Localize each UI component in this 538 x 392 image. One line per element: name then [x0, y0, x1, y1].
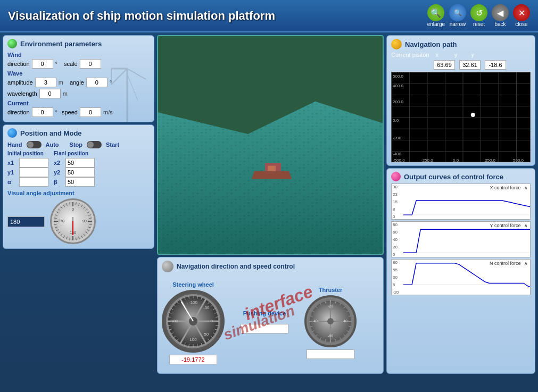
main-container: Visualization of ship motion simulation …	[0, 0, 538, 392]
position-fields: Initial position x1 y1 α	[7, 151, 150, 187]
sim-view	[157, 35, 384, 255]
y2-input[interactable]	[65, 168, 95, 177]
wind-direction-input[interactable]	[32, 59, 53, 69]
output-curves-title: Output curves of control force	[391, 172, 531, 181]
stop-label[interactable]: Stop	[70, 141, 82, 148]
position-values-row	[434, 60, 531, 70]
n-chart-label: N control force ∧	[490, 261, 528, 266]
gamma-pos-input[interactable]	[485, 60, 506, 70]
narrow-button[interactable]: 🔍 narrow	[449, 4, 466, 27]
final-position-group: Fianl position x2 y2 β	[54, 151, 95, 187]
narrow-icon: 🔍	[449, 4, 466, 21]
nav-path-panel: Navigation path Current pisiton x y γ	[386, 35, 535, 166]
push-value: 22.9831	[241, 324, 288, 333]
y1-input[interactable]	[19, 168, 48, 177]
nav-path-title: Navigation path	[391, 39, 531, 49]
current-label: Current	[7, 100, 150, 106]
right-panel: Navigation path Current pisiton x y γ	[386, 35, 535, 374]
x2-input[interactable]	[65, 158, 95, 168]
initial-position-group: Initial position x1 y1 α	[7, 151, 48, 187]
pos-orb	[7, 128, 17, 138]
mode-toggle-row: Hand Auto Stop Start	[7, 141, 150, 148]
reset-button[interactable]: ↺ reset	[470, 4, 487, 27]
wave-wavelength-row: wavelength m	[7, 89, 150, 98]
y-control-chart: Y control force ∧	[391, 221, 531, 257]
enlarge-icon: 🔍	[427, 4, 444, 21]
visual-angle-input[interactable]	[7, 216, 45, 227]
nav-controls-area: Steering wheel -19.1772 Pushing device 2…	[162, 276, 379, 370]
nav-path-orb	[391, 39, 402, 49]
thruster-section: Thruster 23.1217	[304, 287, 357, 359]
visual-angle-controls	[7, 198, 150, 245]
watermark-simulation: simulation	[221, 302, 297, 344]
x1-row: x1	[7, 158, 48, 168]
y-chart-label: Y control force ∧	[490, 223, 528, 228]
wind-label: Wind	[7, 52, 150, 58]
stop-toggle[interactable]	[87, 141, 102, 148]
wind-row: direction ° scale	[7, 59, 150, 69]
steering-wheel-dial[interactable]	[162, 290, 225, 353]
output-curves-panel: Output curves of control force X control…	[386, 168, 535, 374]
visual-angle-section: Visual angle adjustment	[7, 190, 150, 245]
current-speed-input[interactable]	[80, 107, 101, 117]
alpha-input[interactable]	[19, 177, 48, 187]
content-area: Environment parameters Wind direction °	[0, 32, 538, 377]
hand-toggle[interactable]	[27, 141, 42, 148]
y1-row: y1	[7, 168, 48, 177]
header: Visualization of ship motion simulation …	[0, 0, 538, 32]
output-orb	[391, 172, 401, 181]
close-button[interactable]: ✕ close	[513, 4, 530, 27]
wave-label: Wave	[7, 70, 150, 77]
wave-amplitude-input[interactable]	[35, 78, 56, 87]
x-pos-input[interactable]	[434, 60, 455, 70]
position-mode-title: Position and Mode	[7, 128, 150, 138]
y2-row: y2	[54, 168, 95, 177]
x2-row: x2	[54, 158, 95, 168]
reset-icon: ↺	[470, 4, 487, 21]
nav-control-panel: Navigation direction and speed control S…	[157, 257, 384, 374]
pushing-label: Pushing device	[243, 310, 286, 316]
x1-input[interactable]	[19, 158, 48, 168]
steering-section: Steering wheel -19.1772	[162, 281, 225, 364]
left-panel: Environment parameters Wind direction °	[3, 35, 154, 374]
steering-value: -19.1772	[169, 355, 217, 364]
nav-map	[391, 72, 531, 162]
current-position-row: Current pisiton x y γ	[391, 52, 531, 58]
thruster-label: Thruster	[319, 287, 343, 293]
y-pos-input[interactable]	[459, 60, 481, 70]
nav-map-canvas	[392, 72, 531, 162]
x-chart-label: X control force ∧	[490, 185, 528, 190]
auto-label[interactable]: Auto	[46, 141, 59, 148]
enlarge-button[interactable]: 🔍 enlarge	[427, 4, 445, 27]
beta-input[interactable]	[65, 177, 95, 187]
current-direction-input[interactable]	[32, 107, 53, 117]
final-pos-label: Fianl position	[54, 151, 95, 156]
page-title: Visualization of ship motion simulation …	[8, 9, 275, 23]
wave-angle-input[interactable]	[86, 78, 107, 87]
thruster-dial[interactable]	[304, 295, 357, 347]
beta-row: β	[54, 177, 95, 187]
environment-panel: Environment parameters Wind direction °	[3, 35, 154, 122]
wave-amplitude-row: amplitude m angle °	[7, 78, 150, 87]
hand-label[interactable]: Hand	[7, 141, 22, 148]
thruster-value: 23.1217	[307, 349, 354, 359]
visual-angle-label: Visual angle adjustment	[7, 190, 150, 196]
simulation-canvas	[158, 36, 383, 254]
initial-pos-label: Initial position	[7, 151, 48, 156]
current-row: direction ° speed m/s	[7, 107, 150, 117]
nav-control-orb	[162, 261, 173, 272]
close-icon: ✕	[513, 4, 530, 21]
back-icon: ◀	[492, 4, 509, 21]
middle-panel: Navigation direction and speed control S…	[157, 35, 384, 374]
steering-label: Steering wheel	[172, 281, 214, 288]
alpha-row: α	[7, 177, 48, 187]
wind-scale-input[interactable]	[80, 59, 101, 69]
back-button[interactable]: ◀ back	[492, 4, 509, 27]
header-buttons: 🔍 enlarge 🔍 narrow ↺ reset ◀ back ✕ clos…	[427, 4, 530, 27]
env-orb	[7, 39, 17, 48]
start-label[interactable]: Start	[106, 141, 119, 148]
nav-control-title: Navigation direction and speed control	[162, 261, 379, 272]
wave-wavelength-input[interactable]	[39, 89, 61, 98]
compass-dial[interactable]	[50, 198, 96, 244]
compass-container	[50, 198, 96, 245]
